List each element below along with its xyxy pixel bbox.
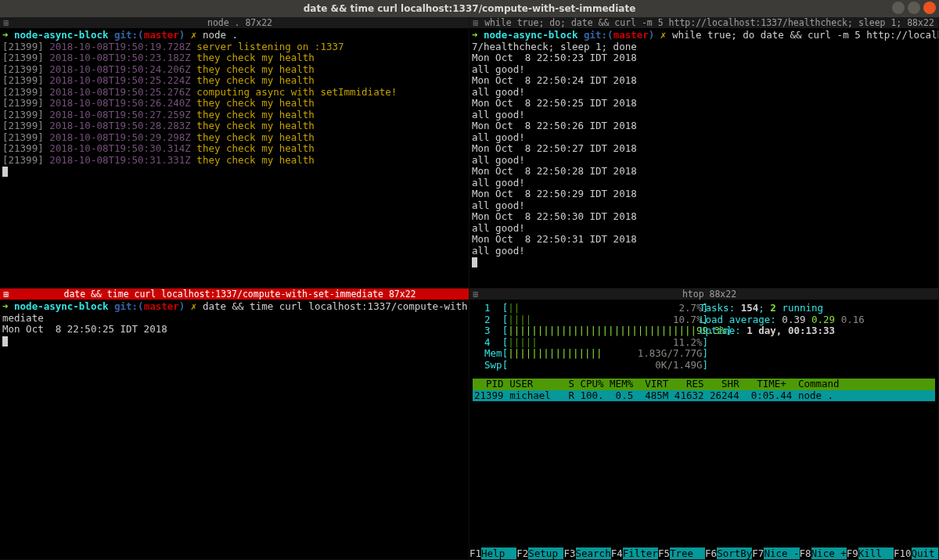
tmux-panes: ⊞ node . 87x22 ➜ node-async-block git:(m… xyxy=(0,17,939,560)
terminal-bl[interactable]: ➜ node-async-block git:(master) ✗ date &… xyxy=(0,300,469,349)
pane-healthcheck-loop[interactable]: ⊞ while true; do; date && curl -m 5 http… xyxy=(470,17,939,289)
htop-function-bar[interactable]: F1Help F2Setup F3SearchF4FilterF5Tree F6… xyxy=(470,548,938,560)
terminal-window: date && time curl localhost:1337/compute… xyxy=(0,0,939,560)
window-title: date && time curl localhost:1337/compute… xyxy=(0,3,939,15)
pane-title-tr: ⊞ while true; do; date && curl -m 5 http… xyxy=(470,17,938,29)
window-titlebar: date && time curl localhost:1337/compute… xyxy=(0,0,939,17)
split-icon: ⊞ xyxy=(470,17,480,28)
split-icon: ⊞ xyxy=(470,289,480,300)
htop-header: PID USER S CPU% MEM% VIRT RES SHR TIME+ … xyxy=(473,379,935,390)
pane-title-br: ⊞ htop 88x22 xyxy=(470,289,938,300)
minimize-icon[interactable] xyxy=(892,2,905,14)
pane-curl-compute[interactable]: ⊞ date && time curl localhost:1337/compu… xyxy=(0,289,470,560)
window-controls xyxy=(892,2,936,14)
terminal-tl[interactable]: ➜ node-async-block git:(master) ✗ node .… xyxy=(0,29,469,180)
terminal-tr[interactable]: ➜ node-async-block git:(master) ✗ while … xyxy=(470,29,938,271)
maximize-icon[interactable] xyxy=(908,2,920,14)
split-icon: ⊞ xyxy=(0,289,11,300)
close-icon[interactable] xyxy=(923,2,936,14)
terminal-htop[interactable]: 1 [|| 2.7%] 2 [|||| 10.7%] 3 [||||||||||… xyxy=(470,300,938,404)
pane-node-server[interactable]: ⊞ node . 87x22 ➜ node-async-block git:(m… xyxy=(0,17,470,289)
htop-process-row[interactable]: 21399 michael R 100. 0.5 485M 41632 2624… xyxy=(473,390,935,402)
split-icon: ⊞ xyxy=(0,17,11,28)
pane-title-bl: ⊞ date && time curl localhost:1337/compu… xyxy=(0,289,469,300)
pane-title-tl: ⊞ node . 87x22 xyxy=(0,17,469,29)
pane-htop[interactable]: ⊞ htop 88x22 1 [|| 2.7%] 2 [|||| 10.7%] … xyxy=(470,289,939,560)
